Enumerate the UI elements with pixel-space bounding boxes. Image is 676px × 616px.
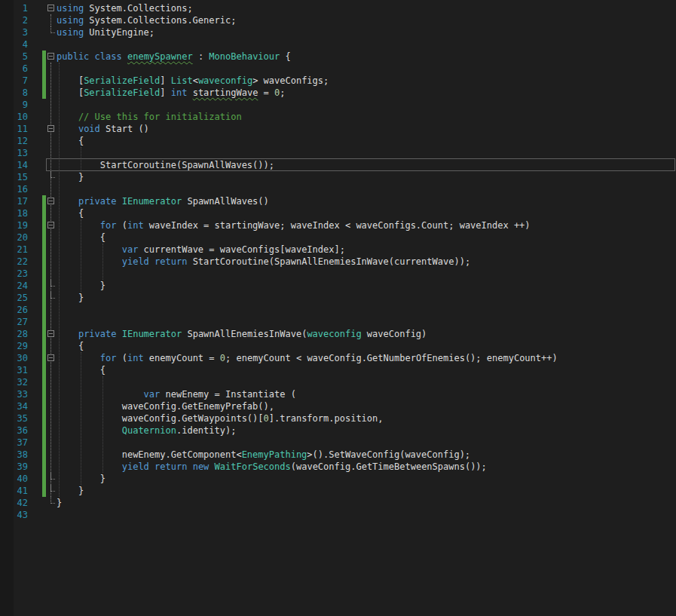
code-token: int xyxy=(127,353,144,363)
code-token: for xyxy=(100,220,117,231)
code-token xyxy=(116,329,121,339)
code-text[interactable]: } xyxy=(57,485,84,497)
code-token: ] xyxy=(160,87,170,98)
code-text[interactable]: yield return new WaitForSeconds(waveConf… xyxy=(57,461,487,473)
code-line: 26 xyxy=(0,304,676,316)
code-token: newEnemy = Instantiate ( xyxy=(160,389,296,400)
code-text[interactable]: { xyxy=(57,231,106,244)
code-editor[interactable]: 1using System.Collections;2using System.… xyxy=(0,0,676,616)
line-number: 27 xyxy=(0,316,28,328)
code-token: : xyxy=(193,51,210,62)
code-token: SpawnAllEnemiesInWave( xyxy=(182,329,307,339)
code-token: .identity); xyxy=(176,425,236,436)
code-text[interactable]: StartCoroutine(SpawnAllWaves()); xyxy=(57,159,274,171)
line-number: 37 xyxy=(0,437,28,449)
code-token: var xyxy=(144,389,161,400)
code-token: yield xyxy=(122,256,149,267)
code-text[interactable]: waveConfig.GetEnemyPrefab(), xyxy=(57,400,274,412)
code-line: 16 xyxy=(0,183,676,195)
line-number: 42 xyxy=(0,497,28,509)
code-token: ( xyxy=(116,220,127,231)
line-number: 15 xyxy=(0,171,28,183)
fold-toggle[interactable] xyxy=(47,222,54,228)
code-line: 18 { xyxy=(0,207,676,219)
code-text[interactable]: void Start () xyxy=(57,123,149,135)
code-text[interactable]: private IEnumerator SpawnAllEnemiesInWav… xyxy=(57,328,427,340)
code-token: waveConfig.GetWaypoints()[ xyxy=(57,413,264,424)
code-text[interactable]: waveConfig.GetWaypoints()[0].transform.p… xyxy=(57,412,384,424)
fold-toggle[interactable] xyxy=(47,125,54,132)
code-text[interactable]: } xyxy=(57,171,84,183)
code-token: > waveConfigs; xyxy=(252,75,329,86)
code-text[interactable]: } xyxy=(57,280,106,292)
code-line: 41 } xyxy=(0,485,676,497)
code-text[interactable]: using System.Collections.Generic; xyxy=(57,14,236,26)
code-token: MonoBehaviour xyxy=(209,51,280,62)
code-token: List xyxy=(171,75,193,86)
code-text[interactable]: // Use this for initialization xyxy=(57,111,242,123)
code-token: SerializeField xyxy=(84,87,160,98)
fold-toggle[interactable] xyxy=(47,354,54,361)
line-number: 18 xyxy=(0,207,28,219)
line-number: 19 xyxy=(0,219,28,231)
code-text[interactable]: { xyxy=(57,135,84,147)
code-token xyxy=(89,51,94,62)
code-token: } xyxy=(57,486,84,496)
line-number: 30 xyxy=(0,352,28,364)
code-token: yield xyxy=(122,461,149,472)
code-text[interactable]: newEnemy.GetComponent<EnemyPathing>().Se… xyxy=(57,449,470,461)
code-text[interactable]: public class enemySpawner : MonoBehaviou… xyxy=(57,51,291,63)
code-token xyxy=(149,461,154,472)
code-token: enemyCount = xyxy=(144,353,220,363)
code-text[interactable]: } xyxy=(57,473,106,485)
code-token xyxy=(57,353,100,363)
code-line: 33 var newEnemy = Instantiate ( xyxy=(0,388,676,400)
code-text[interactable]: [SerializeField] List<waveconfig> waveCo… xyxy=(57,75,329,87)
code-text[interactable]: } xyxy=(57,292,84,304)
code-token: WaitForSeconds xyxy=(215,461,291,472)
code-token xyxy=(57,124,78,134)
code-line: 13 xyxy=(0,147,676,159)
code-text[interactable]: private IEnumerator SpawnAllWaves() xyxy=(57,195,269,207)
code-token xyxy=(122,51,127,62)
code-text[interactable]: { xyxy=(57,364,106,376)
code-line: 15 } xyxy=(0,171,676,183)
code-line: 2using System.Collections.Generic; xyxy=(0,14,676,26)
code-text[interactable]: { xyxy=(57,207,84,219)
code-token: newEnemy.GetComponent< xyxy=(57,449,242,460)
fold-toggle[interactable] xyxy=(47,53,54,60)
line-number: 3 xyxy=(0,26,28,38)
code-token: { xyxy=(57,365,106,375)
code-text[interactable]: using System.Collections; xyxy=(57,2,193,14)
code-text[interactable]: var currentWave = waveConfigs[waveIndex]… xyxy=(57,244,345,256)
code-text[interactable]: for (int enemyCount = 0; enemyCount < wa… xyxy=(57,352,558,364)
code-text[interactable]: var newEnemy = Instantiate ( xyxy=(57,388,296,400)
code-text[interactable]: { xyxy=(57,340,84,352)
code-token: using xyxy=(57,15,84,26)
code-token: currentWave = waveConfigs[waveIndex]; xyxy=(138,244,345,255)
code-token: return xyxy=(154,256,187,267)
code-text[interactable]: [SerializeField] int startingWave = 0; xyxy=(57,87,286,99)
code-token: SerializeField xyxy=(84,75,160,86)
code-text[interactable]: using UnityEngine; xyxy=(57,26,154,38)
code-text[interactable]: yield return StartCoroutine(SpawnAllEnem… xyxy=(57,256,470,268)
code-text[interactable]: for (int waveIndex = startingWave; waveI… xyxy=(57,219,531,231)
fold-toggle[interactable] xyxy=(47,5,54,11)
code-line: 36 Quaternion.identity); xyxy=(0,424,676,437)
line-number: 39 xyxy=(0,461,28,473)
code-line: 24 } xyxy=(0,280,676,292)
fold-toggle[interactable] xyxy=(47,330,54,337)
code-text[interactable]: } xyxy=(57,497,62,509)
code-text[interactable]: Quaternion.identity); xyxy=(57,424,236,437)
line-number: 21 xyxy=(0,244,28,256)
line-number: 7 xyxy=(0,75,28,87)
code-token xyxy=(57,461,122,472)
code-token: } xyxy=(57,172,84,182)
code-line: 23 xyxy=(0,268,676,280)
line-number: 38 xyxy=(0,449,28,461)
code-token: private xyxy=(78,196,117,207)
fold-toggle[interactable] xyxy=(47,198,54,204)
code-token: { xyxy=(280,51,290,62)
code-token: waveconfig xyxy=(198,75,252,86)
code-token: < xyxy=(193,75,198,86)
